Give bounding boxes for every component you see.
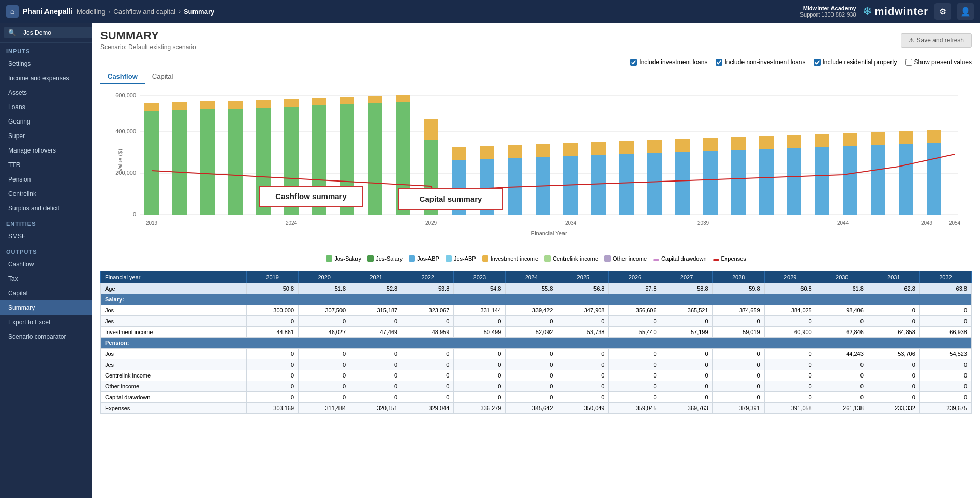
table-cell: 0: [506, 392, 557, 403]
sidebar-item-surplus[interactable]: Surplus and deficit: [0, 201, 92, 216]
sidebar-item-super[interactable]: Super: [0, 129, 92, 143]
table-cell: 52.8: [350, 283, 402, 294]
svg-rect-11: [172, 110, 187, 215]
table-row: Capital drawdown00000000000000: [101, 392, 972, 403]
table-cell: 320,151: [350, 403, 402, 414]
include-residential-option[interactable]: Include residential property: [814, 58, 897, 66]
sidebar-item-centrelink[interactable]: Centrelink: [0, 187, 92, 201]
table-cell: 0: [557, 370, 609, 381]
user-button[interactable]: 👤: [957, 3, 974, 20]
tab-capital[interactable]: Capital: [145, 70, 180, 84]
chart-svg: 600,000 400,000 200,000 0 Value ($): [100, 88, 972, 253]
search-input[interactable]: [20, 27, 92, 38]
svg-rect-40: [563, 143, 578, 156]
sidebar-item-summary[interactable]: Summary: [0, 300, 92, 315]
table-cell: 339,422: [506, 305, 557, 316]
sidebar-item-income[interactable]: Income and expenses: [0, 71, 92, 85]
sidebar-item-ttr[interactable]: TTR: [0, 158, 92, 172]
table-cell: 0: [868, 359, 919, 370]
table-cell: 0: [712, 316, 764, 327]
svg-rect-52: [731, 137, 746, 150]
include-investment-option[interactable]: Include investment loans: [630, 58, 707, 66]
table-cell: 0: [299, 359, 350, 370]
sidebar-item-gearing[interactable]: Gearing: [0, 114, 92, 129]
table-cell: 58.8: [661, 283, 712, 294]
table-cell: 300,000: [247, 305, 299, 316]
summary-table: Financial year 2019 2020 2021 2022 2023 …: [100, 271, 972, 414]
col-header-2032: 2032: [919, 271, 971, 283]
data-table-section: Financial year 2019 2020 2021 2022 2023 …: [92, 271, 980, 422]
include-non-investment-option[interactable]: Include non-investment loans: [716, 58, 805, 66]
table-cell: 0: [299, 392, 350, 403]
breadcrumb-modelling[interactable]: Modelling: [77, 8, 106, 16]
table-cell: 0: [919, 305, 971, 316]
legend-other-income: Other income: [604, 255, 647, 262]
sidebar-item-settings[interactable]: Settings: [0, 56, 92, 71]
svg-rect-50: [703, 138, 718, 151]
legend-jes-salary: Jes-Salary: [367, 255, 403, 262]
table-row: Jes00000000000000: [101, 316, 972, 327]
sidebar-item-export[interactable]: Export to Excel: [0, 315, 92, 329]
brand: ❄ midwinter: [863, 5, 928, 18]
home-icon[interactable]: ⌂: [6, 5, 19, 18]
table-cell: 0: [712, 370, 764, 381]
table-cell: 0: [454, 349, 506, 359]
svg-rect-66: [927, 130, 941, 143]
page-title: SUMMARY: [100, 29, 196, 42]
col-header-2028: 2028: [712, 271, 764, 283]
legend-jos-abp: Jos-ABP: [409, 255, 439, 262]
table-cell: 0: [816, 392, 868, 403]
table-cell: 0: [609, 316, 661, 327]
table-cell: 0: [506, 381, 557, 392]
svg-rect-28: [396, 95, 410, 102]
sidebar-item-smsf[interactable]: SMSF: [0, 229, 92, 244]
svg-rect-43: [619, 154, 634, 215]
breadcrumb-cashflow[interactable]: Cashflow and capital: [113, 8, 175, 16]
sidebar-item-loans[interactable]: Loans: [0, 100, 92, 114]
table-cell: 0: [506, 359, 557, 370]
sidebar-item-capital[interactable]: Capital: [0, 286, 92, 300]
table-cell: 66,938: [919, 327, 971, 338]
row-label: Jos: [101, 349, 247, 359]
svg-text:2024: 2024: [286, 220, 298, 226]
tab-cashflow[interactable]: Cashflow: [100, 70, 145, 84]
table-cell: 0: [764, 316, 816, 327]
sidebar-item-tax[interactable]: Tax: [0, 271, 92, 286]
svg-rect-13: [200, 109, 215, 215]
gear-button[interactable]: ⚙: [934, 3, 951, 20]
svg-rect-55: [787, 148, 801, 215]
include-non-investment-checkbox[interactable]: [716, 59, 722, 66]
table-cell: 53,706: [868, 349, 919, 359]
save-refresh-button[interactable]: ⚠ Save and refresh: [901, 33, 972, 48]
show-present-option[interactable]: Show present values: [905, 58, 972, 66]
include-investment-checkbox[interactable]: [630, 59, 637, 66]
sidebar-item-cashflow[interactable]: Cashflow: [0, 257, 92, 271]
table-cell: 350,049: [557, 403, 609, 414]
include-residential-checkbox[interactable]: [814, 59, 821, 66]
table-cell: 0: [919, 381, 971, 392]
table-cell: 59,019: [712, 327, 764, 338]
table-cell: 46,027: [299, 327, 350, 338]
table-cell: 0: [299, 370, 350, 381]
table-cell: 51.8: [299, 283, 350, 294]
sidebar-item-assets[interactable]: Assets: [0, 85, 92, 100]
table-cell: 365,521: [661, 305, 712, 316]
svg-rect-63: [899, 144, 913, 215]
sidebar-item-rollovers[interactable]: Manage rollovers: [0, 143, 92, 158]
sidebar-item-pension[interactable]: Pension: [0, 172, 92, 187]
show-present-checkbox[interactable]: [905, 59, 912, 66]
main-layout: 🔍 INPUTS Settings Income and expenses As…: [0, 23, 980, 498]
row-label: Expenses: [101, 403, 247, 414]
table-cell: 59.8: [712, 283, 764, 294]
table-cell: 0: [764, 370, 816, 381]
table-cell: 0: [402, 381, 454, 392]
table-row: Other income00000000000000: [101, 381, 972, 392]
row-label: Age: [101, 283, 247, 294]
snowflake-icon: ❄: [863, 5, 872, 18]
table-cell: 0: [247, 392, 299, 403]
table-cell: 55.8: [506, 283, 557, 294]
search-button[interactable]: 🔍: [4, 27, 20, 38]
sidebar-item-scenario[interactable]: Scenario comparator: [0, 329, 92, 344]
svg-text:2049: 2049: [921, 220, 933, 226]
table-cell: 63.8: [919, 283, 971, 294]
